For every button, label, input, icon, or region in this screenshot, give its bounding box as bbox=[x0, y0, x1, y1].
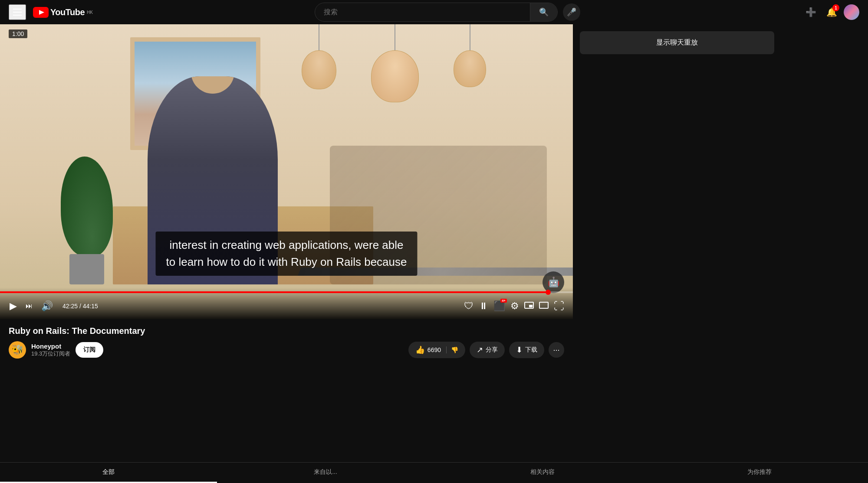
pendant-cord-2 bbox=[395, 24, 395, 50]
fullscreen-button[interactable]: ⛶ bbox=[552, 298, 566, 314]
channel-name[interactable]: Honeypot bbox=[31, 343, 70, 350]
tab-recommended[interactable]: 为你推荐 bbox=[651, 463, 868, 483]
next-icon: ⏭ bbox=[26, 302, 33, 310]
download-button[interactable]: ⬇ 下载 bbox=[509, 342, 544, 358]
channel-text: Honeypot 19.3万位订阅者 bbox=[31, 343, 70, 358]
search-button[interactable]: 🔍 bbox=[530, 3, 557, 21]
more-options-button[interactable]: ··· bbox=[549, 342, 564, 358]
shield-button[interactable]: 🛡 bbox=[462, 299, 475, 313]
settings-button[interactable]: ⚙ bbox=[509, 299, 521, 313]
bottom-tabs: 全部 来自以... 相关内容 为你推荐 bbox=[0, 462, 868, 483]
download-label: 下载 bbox=[525, 346, 537, 354]
pip-icon bbox=[524, 302, 534, 309]
youtube-logo[interactable]: YouTube HK bbox=[33, 7, 93, 18]
video-timestamp-top: 1:00 bbox=[9, 29, 27, 38]
chat-replay-button[interactable]: 显示聊天重放 bbox=[580, 31, 774, 54]
time-separator: / bbox=[79, 303, 83, 310]
channel-avatar[interactable]: 🐝 bbox=[9, 341, 26, 359]
video-meta-row: 🐝 Honeypot 19.3万位订阅者 订阅 👍 6690 👎 bbox=[9, 341, 564, 359]
channel-info: 🐝 Honeypot 19.3万位订阅者 订阅 bbox=[9, 341, 103, 359]
right-controls: 🛡 ⏸ ⬛ 4+ ⚙ bbox=[462, 298, 566, 314]
header-left: YouTube HK bbox=[9, 4, 93, 20]
channel-avatar-emoji: 🐝 bbox=[12, 344, 23, 356]
header: YouTube HK 🔍 🎤 ➕ 🔔 1 bbox=[0, 0, 868, 24]
progress-fill bbox=[0, 291, 548, 293]
dislike-icon: 👎 bbox=[451, 346, 458, 353]
main-content: interest in creating web applications, w… bbox=[0, 0, 868, 366]
more-icon: ··· bbox=[553, 346, 559, 355]
pendant-cord-3 bbox=[470, 24, 470, 50]
person-head bbox=[191, 76, 234, 94]
theater-mode-button[interactable] bbox=[537, 300, 550, 313]
subtitle-line2: to learn how to do it with Ruby on Rails… bbox=[166, 254, 407, 271]
user-avatar-button[interactable] bbox=[844, 4, 859, 20]
user-avatar bbox=[844, 4, 859, 20]
header-center: 🔍 🎤 bbox=[93, 3, 802, 22]
video-player[interactable]: interest in creating web applications, w… bbox=[0, 24, 573, 319]
create-icon: ➕ bbox=[806, 7, 816, 17]
subscribe-button[interactable]: 订阅 bbox=[76, 342, 103, 358]
pendant-lights bbox=[302, 24, 486, 102]
plant-pot bbox=[69, 254, 104, 284]
tab-from[interactable]: 来自以... bbox=[217, 463, 434, 483]
plant bbox=[61, 154, 113, 284]
fullscreen-icon: ⛶ bbox=[554, 300, 564, 312]
current-time: 42:25 bbox=[62, 303, 78, 310]
theater-icon bbox=[539, 302, 549, 309]
share-label: 分享 bbox=[486, 346, 498, 354]
volume-button[interactable]: 🔊 bbox=[39, 299, 56, 313]
video-background: interest in creating web applications, w… bbox=[0, 24, 573, 319]
header-right: ➕ 🔔 1 bbox=[802, 3, 859, 21]
like-button[interactable]: 👍 6690 👎 bbox=[408, 342, 465, 358]
toggle-icon: ⏸ bbox=[479, 300, 488, 312]
total-time: 44:15 bbox=[83, 303, 98, 310]
tab-all[interactable]: 全部 bbox=[0, 463, 217, 483]
like-count: 6690 bbox=[427, 346, 441, 353]
youtube-country: HK bbox=[87, 10, 93, 15]
play-icon: ▶ bbox=[10, 300, 17, 312]
mic-icon: 🎤 bbox=[567, 7, 576, 17]
video-controls: ▶ ⏭ 🔊 42:25 / 44:15 bbox=[0, 288, 573, 319]
tab-related[interactable]: 相关内容 bbox=[434, 463, 651, 483]
like-icon: 👍 bbox=[415, 345, 425, 355]
time-display: 42:25 / 44:15 bbox=[62, 303, 98, 310]
notifications-button[interactable]: 🔔 1 bbox=[823, 3, 840, 21]
play-pause-button[interactable]: ▶ bbox=[7, 299, 20, 313]
toggle-button[interactable]: ⏸ bbox=[477, 299, 490, 313]
pendant-3 bbox=[454, 24, 486, 102]
subtitle-overlay: interest in creating web applications, w… bbox=[156, 232, 418, 276]
video-info: Ruby on Rails: The Documentary 🐝 Honeypo… bbox=[0, 319, 573, 366]
settings-icon: ⚙ bbox=[510, 300, 519, 311]
progress-bar[interactable] bbox=[0, 291, 573, 293]
share-icon: ↗ bbox=[477, 345, 483, 355]
channel-subscribers: 19.3万位订阅者 bbox=[31, 350, 70, 358]
pendant-cord-1 bbox=[319, 24, 319, 50]
voice-search-button[interactable]: 🎤 bbox=[563, 3, 580, 21]
pendant-2 bbox=[371, 24, 419, 102]
menu-button[interactable] bbox=[9, 4, 26, 20]
download-icon: ⬇ bbox=[516, 345, 523, 355]
captions-button[interactable]: ⬛ 4+ bbox=[492, 299, 507, 313]
pendant-1 bbox=[302, 24, 336, 102]
youtube-logo-icon bbox=[33, 7, 49, 18]
next-button[interactable]: ⏭ bbox=[23, 300, 35, 312]
video-title: Ruby on Rails: The Documentary bbox=[9, 326, 564, 336]
action-buttons: 👍 6690 👎 ↗ 分享 ⬇ 下载 · bbox=[408, 342, 564, 358]
like-divider: 👎 bbox=[446, 346, 458, 353]
notification-badge: 1 bbox=[832, 4, 839, 11]
controls-row: ▶ ⏭ 🔊 42:25 / 44:15 bbox=[0, 297, 573, 319]
share-button[interactable]: ↗ 分享 bbox=[470, 342, 505, 358]
subtitle-line1: interest in creating web applications, w… bbox=[166, 237, 407, 254]
sidebar-right: 显示聊天重放 bbox=[573, 24, 781, 366]
search-bar: 🔍 bbox=[315, 3, 558, 22]
shield-icon: 🛡 bbox=[464, 300, 473, 311]
progress-knob[interactable] bbox=[546, 290, 551, 295]
video-section: interest in creating web applications, w… bbox=[0, 24, 573, 366]
youtube-wordmark: YouTube bbox=[50, 7, 85, 17]
volume-icon: 🔊 bbox=[41, 300, 53, 312]
captions-badge: 4+ bbox=[500, 299, 507, 303]
search-icon: 🔍 bbox=[539, 8, 549, 16]
search-input[interactable] bbox=[315, 4, 530, 20]
pip-button[interactable] bbox=[523, 300, 536, 313]
create-button[interactable]: ➕ bbox=[802, 3, 819, 21]
